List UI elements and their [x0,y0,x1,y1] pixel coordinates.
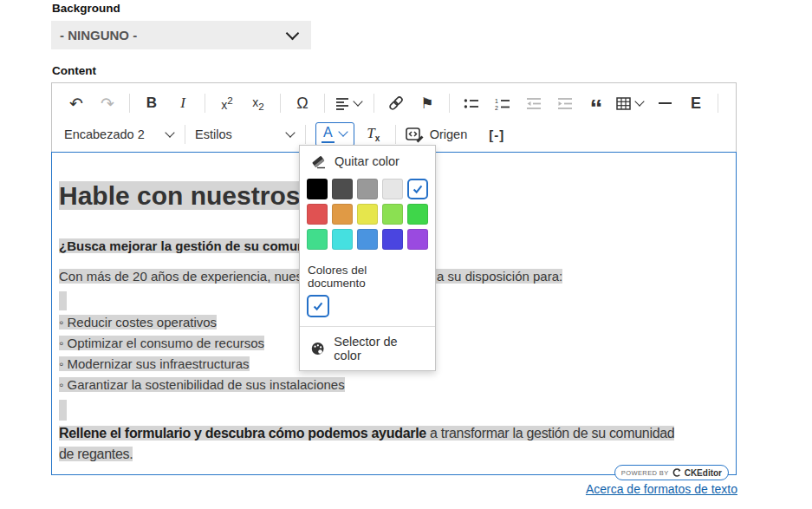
token-icon: [-] [489,127,504,142]
italic-icon: I [180,95,185,112]
color-swatch-dim-grey[interactable] [332,179,353,199]
italic-button[interactable]: I [169,91,197,115]
heading-dropdown[interactable]: Encabezado 2 [61,127,179,141]
numbered-list-button[interactable]: 1 2 [489,91,516,115]
toolbar-separator [718,94,718,113]
color-swatch-light-grey[interactable] [382,179,403,199]
color-grid [300,177,435,257]
subscript-icon: x2 [252,95,263,112]
special-character-button[interactable]: Ω [289,91,316,115]
indent-icon [557,97,573,110]
toolbar-separator [129,94,130,113]
color-swatch-red[interactable] [307,204,328,225]
color-swatch-white[interactable] [307,295,329,317]
background-select[interactable]: - NINGUNO - [51,21,311,49]
eraser-icon [310,153,326,169]
omega-icon: Ω [296,95,308,113]
color-swatch-white[interactable] [407,179,428,199]
color-swatch-orange[interactable] [332,204,353,225]
styles-dropdown-value: Estilos [195,127,232,141]
ckeditor-brand-label: CKEditor [685,468,722,478]
toolbar-separator [185,125,185,144]
toolbar-separator [280,94,281,113]
superscript-button[interactable]: x2 [213,91,241,115]
horizontal-line-button[interactable] [651,91,679,115]
heading-dropdown-value: Encabezado 2 [64,127,145,141]
remove-color-label: Quitar color [335,154,400,168]
horizontal-line-icon [659,102,672,104]
content-field-label: Content [52,64,96,77]
color-swatch-black[interactable] [307,179,328,199]
numbered-list-icon: 1 2 [495,97,510,110]
selected-empty-line [59,400,67,421]
link-icon [388,95,404,111]
insert-table-button[interactable] [614,91,647,115]
text-alignment-button[interactable] [333,91,366,115]
svg-text:1: 1 [495,97,498,103]
background-field-label: Background [52,2,120,15]
bulleted-list-button[interactable] [458,91,485,115]
color-swatch-green[interactable] [407,204,428,225]
color-picker-button[interactable]: Selector de color [300,327,435,370]
undo-button[interactable]: ↶ [62,91,90,115]
selected-empty-line [59,291,67,310]
toolbar-separator [449,94,450,113]
superscript-icon: x2 [221,95,232,112]
ckeditor-badge[interactable]: POWERED BY CKEditor [614,465,729,480]
token-button[interactable]: [-] [483,122,510,147]
font-color-button[interactable]: A [315,122,354,146]
redo-icon: ↷ [101,95,114,112]
font-color-icon: A [322,125,335,142]
font-color-dropdown: Quitar color Colores del documento Selec… [299,145,436,371]
document-colors-label: Colores del documento [300,257,435,291]
ckeditor-logo-icon [672,468,681,477]
chevron-down-icon [165,127,174,137]
align-left-icon [335,96,349,110]
redo-button[interactable]: ↷ [94,91,121,115]
source-button[interactable]: Origen [402,127,471,143]
chevron-down-icon [286,27,300,41]
emphasis-button[interactable]: E [682,91,710,115]
palette-icon [310,341,325,356]
styles-dropdown[interactable]: Estilos [192,127,299,141]
remove-format-button[interactable]: Tx [360,122,387,147]
editor-list-item: Garantizar la sostenibilidad de sus inst… [59,375,727,395]
link-button[interactable] [382,91,410,115]
toolbar-separator [305,125,306,144]
outdent-button[interactable] [520,91,548,115]
color-swatch-blue[interactable] [382,229,403,250]
remove-format-icon: Tx [367,125,380,143]
color-swatch-light-blue[interactable] [357,229,378,250]
color-swatch-purple[interactable] [407,229,428,250]
remove-color-button[interactable]: Quitar color [300,146,435,177]
undo-icon: ↶ [69,95,83,112]
color-swatch-grey[interactable] [357,179,378,199]
svg-text:2: 2 [495,104,498,110]
bold-button[interactable]: B [138,91,166,115]
chevron-down-icon [285,127,295,137]
blockquote-button[interactable]: “ [582,91,610,115]
page: Background - NINGUNO - Content ↶ ↷ B I x… [0,0,812,509]
subscript-button[interactable]: x2 [244,91,272,115]
toolbar-separator [205,94,205,113]
color-swatch-yellow[interactable] [357,204,378,225]
about-text-formats-link[interactable]: Acerca de formatos de texto [586,482,737,496]
quote-icon: “ [590,106,603,111]
bold-icon: B [146,95,157,112]
outdent-icon [526,97,542,110]
bulleted-list-icon [464,97,479,110]
source-code-icon [406,127,425,143]
editor-cta-paragraph: Rellene el formulario y descubra cómo po… [59,423,686,465]
flag-icon: ⚑ [420,95,433,113]
indent-button[interactable] [551,91,579,115]
anchor-button[interactable]: ⚑ [413,91,441,115]
emphasis-icon: E [691,95,701,113]
toolbar-separator [374,94,374,113]
color-swatch-light-green[interactable] [382,204,403,225]
color-picker-label: Selector de color [334,335,425,362]
table-icon [616,97,631,110]
chevron-down-icon [353,96,362,106]
color-swatch-turquoise[interactable] [332,229,353,250]
color-swatch-aquamarine[interactable] [307,229,328,250]
toolbar-separator [324,94,325,113]
